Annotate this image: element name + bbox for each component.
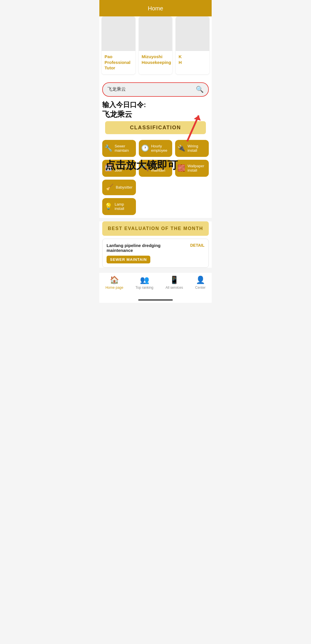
wallpaper-icon: 🧱 bbox=[177, 164, 185, 172]
cleaning-label: Cleaning door bbox=[115, 164, 134, 173]
card-pao-image bbox=[102, 16, 135, 51]
service-hourly[interactable]: 🕐 Hourly employee bbox=[139, 140, 172, 157]
card-pao[interactable]: Pao Professional Tutor bbox=[102, 16, 135, 74]
hourly-icon: 🕐 bbox=[141, 145, 149, 152]
nav-center[interactable]: 👤 Center bbox=[195, 276, 206, 290]
sewer-label: Sewer maintain bbox=[115, 144, 134, 153]
grid-empty-slot2 bbox=[175, 180, 209, 195]
card-partial-image bbox=[176, 16, 209, 51]
other-icon: 🔨 bbox=[141, 164, 149, 172]
search-button[interactable]: 🔍 bbox=[196, 86, 204, 93]
overlay-instruction-block: 输入今日口令: 飞龙乘云 bbox=[102, 100, 209, 119]
card-mizu-title: Mizuyoshi Housekeeping bbox=[139, 51, 172, 69]
nav-services[interactable]: 📱 All services bbox=[166, 276, 183, 290]
wiring-label: Wiring install bbox=[187, 144, 206, 153]
ranking-icon: 👥 bbox=[140, 276, 149, 284]
lamp-label: Lamp install bbox=[115, 202, 134, 211]
home-icon: 🏠 bbox=[110, 276, 119, 284]
search-section: 🔍 输入今日口令: 飞龙乘云 CLASSIFICATION bbox=[99, 79, 212, 137]
classification-banner: CLASSIFICATION bbox=[105, 121, 206, 134]
cleaning-icon: 🪟 bbox=[105, 164, 112, 172]
instruction-line1: 输入今日口令: bbox=[102, 100, 209, 109]
nav-center-label: Center bbox=[195, 286, 206, 290]
service-grid-wrapper: 🔧 Sewer maintain 🕐 Hourly employee 🔌 Wir… bbox=[99, 137, 212, 218]
card-mizu-image bbox=[139, 16, 172, 51]
eval-card-title: Lanfang pipeline dredging maintenance bbox=[107, 243, 190, 253]
nav-home[interactable]: 🏠 Home page bbox=[105, 276, 123, 290]
app-header: Home bbox=[99, 0, 212, 16]
best-eval-section: BEST EVALUATION OF THE MONTH Lanfang pip… bbox=[99, 221, 212, 268]
service-wallpaper[interactable]: 🧱 Wallpaper install bbox=[175, 160, 209, 177]
card-partial[interactable]: KH bbox=[176, 16, 209, 74]
service-grid: 🔧 Sewer maintain 🕐 Hourly employee 🔌 Wir… bbox=[99, 137, 212, 218]
lamp-icon: 💡 bbox=[105, 203, 112, 210]
bottom-indicator bbox=[99, 294, 212, 303]
search-bar: 🔍 bbox=[102, 82, 209, 97]
service-other[interactable]: 🔨 Other maintain bbox=[139, 160, 172, 177]
babysitter-icon: 🧹 bbox=[106, 184, 113, 191]
nav-services-label: All services bbox=[166, 286, 183, 290]
wallpaper-label: Wallpaper install bbox=[187, 164, 206, 173]
center-icon: 👤 bbox=[196, 276, 205, 284]
nav-ranking[interactable]: 👥 Top ranking bbox=[135, 276, 153, 290]
search-container: 🔍 bbox=[99, 79, 212, 100]
sewer-icon: 🔧 bbox=[105, 145, 112, 152]
services-icon: 📱 bbox=[170, 276, 179, 284]
service-lamp[interactable]: 💡 Lamp install bbox=[102, 198, 136, 215]
card-pao-title: Pao Professional Tutor bbox=[102, 51, 135, 74]
service-cleaning[interactable]: 🪟 Cleaning door bbox=[102, 160, 136, 177]
search-input[interactable] bbox=[107, 87, 196, 92]
grid-empty-slot bbox=[139, 180, 172, 195]
nav-home-label: Home page bbox=[105, 286, 123, 290]
hourly-label: Hourly employee bbox=[151, 144, 170, 153]
other-label: Other maintain bbox=[151, 164, 170, 173]
babysitter-label: Babysitter bbox=[116, 185, 132, 190]
best-eval-banner: BEST EVALUATION OF THE MONTH bbox=[102, 221, 209, 236]
instruction-line2: 飞龙乘云 bbox=[102, 109, 209, 119]
service-sewer[interactable]: 🔧 Sewer maintain bbox=[102, 140, 136, 157]
service-babysitter[interactable]: 🧹 Babysitter bbox=[102, 180, 136, 195]
eval-card[interactable]: Lanfang pipeline dredging maintenance DE… bbox=[102, 239, 209, 268]
card-partial-title: KH bbox=[176, 51, 209, 69]
wiring-icon: 🔌 bbox=[177, 145, 185, 152]
service-wiring[interactable]: 🔌 Wiring install bbox=[175, 140, 209, 157]
eval-card-top: Lanfang pipeline dredging maintenance DE… bbox=[107, 243, 204, 253]
card-mizu[interactable]: Mizuyoshi Housekeeping bbox=[139, 16, 172, 74]
nav-ranking-label: Top ranking bbox=[135, 286, 153, 290]
eval-detail-link[interactable]: DETAIL bbox=[190, 243, 204, 248]
featured-cards-row: Pao Professional Tutor Mizuyoshi Houseke… bbox=[99, 16, 212, 79]
home-indicator-bar bbox=[138, 299, 173, 301]
bottom-nav: 🏠 Home page 👥 Top ranking 📱 All services… bbox=[99, 272, 212, 294]
eval-tag: SEWER MAINTAIN bbox=[107, 256, 150, 263]
header-title: Home bbox=[148, 5, 163, 12]
